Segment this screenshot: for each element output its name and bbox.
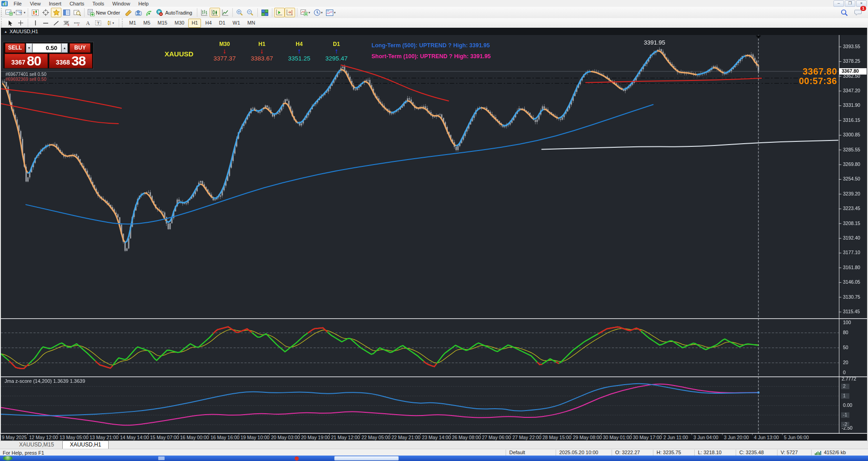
new-chart-icon (5, 9, 13, 16)
new-order-label[interactable]: New Order (96, 10, 120, 15)
collapse-icon[interactable]: ▲ (4, 30, 7, 33)
autotrading-button[interactable] (154, 8, 165, 17)
publisher-button[interactable] (133, 8, 144, 17)
chart-shift-button[interactable] (285, 8, 295, 17)
taskbar-alert-icon[interactable] (295, 456, 299, 461)
date-label: 22 May 05:00 (361, 435, 391, 440)
fibonacci-tool-button[interactable]: E (61, 19, 72, 27)
timeframe-button-h1[interactable]: H1 (188, 19, 201, 28)
data-window-button[interactable] (61, 8, 72, 17)
chart-tab-xauusd-m15[interactable]: XAUUSD,M15 (12, 441, 61, 449)
timeframe-button-m5[interactable]: M5 (140, 19, 153, 28)
toolbar-separator (84, 8, 85, 17)
vertical-line-tool-button[interactable] (30, 19, 40, 27)
mtf-timeframe-label: H4 (281, 41, 318, 47)
arrows-tool-button[interactable]: ▾ (103, 19, 117, 27)
order-label[interactable]: #69677401 sell 0.50 (5, 72, 48, 77)
menu-item-file[interactable]: File (10, 1, 26, 6)
cursor-tool-button[interactable] (5, 19, 15, 27)
status-volume: V: 5727 (777, 450, 811, 456)
menu-item-view[interactable]: View (26, 1, 45, 6)
crosshair-tool-button[interactable] (40, 8, 51, 17)
high-price-annotation: 3391.95 (644, 39, 665, 46)
new-order-button[interactable] (86, 8, 95, 17)
toolbar-drag-handle[interactable] (122, 19, 124, 27)
mtf-cell-m30: M30↓3377.37 (206, 41, 243, 62)
taskbar-active-task[interactable] (334, 456, 399, 461)
chat-button[interactable]: 1 (853, 8, 863, 17)
timeframe-button-m15[interactable]: M15 (155, 19, 171, 28)
status-profile[interactable]: Default (506, 450, 556, 456)
autotrading-label[interactable]: AutoTrading (165, 10, 192, 15)
menu-item-insert[interactable]: Insert (45, 1, 65, 6)
countdown-price: 3367.80 (799, 67, 837, 76)
date-label: 13 May 05:00 (60, 435, 89, 440)
date-label: 20 May 03:00 (271, 435, 300, 440)
taskbar-icon[interactable] (158, 456, 165, 460)
chart-titlebar[interactable]: ▲ XAUUSD,H1 (1, 28, 867, 35)
search-button[interactable] (839, 8, 849, 17)
mtf-trend-panel: M30↓3377.37H1↓3383.67H4↑3351.25D1↑3295.4… (206, 41, 355, 62)
favorites-button[interactable] (51, 8, 61, 17)
timeframe-button-m1[interactable]: M1 (126, 19, 139, 28)
horizontal-line-tool-button[interactable] (40, 19, 51, 27)
timeframe-button-m30[interactable]: M30 (171, 19, 187, 28)
indicators-button[interactable]: ▾ (299, 8, 312, 17)
text-tool-button[interactable]: A (82, 19, 93, 27)
zoom-out-icon (246, 9, 254, 16)
menu-item-help[interactable]: Help (134, 1, 153, 6)
volume-input[interactable]: 0.50 (32, 43, 61, 53)
periods-button[interactable]: ▾ (312, 8, 325, 17)
paint-object-icon (125, 10, 132, 16)
buy-price-button[interactable]: 3368 38 (49, 54, 92, 68)
candlestick-chart-button[interactable] (210, 8, 220, 17)
bar-chart-button[interactable] (199, 8, 210, 17)
navigator-button[interactable] (72, 8, 82, 17)
buy-button[interactable]: BUY (70, 43, 90, 53)
auto-scroll-button[interactable] (274, 8, 285, 17)
chart-window: ▲ XAUUSD,H1 SELL ▼ 0.50 ▲ BUY 3367 80 33… (0, 28, 868, 441)
connection-bars-icon (815, 451, 822, 455)
start-button[interactable] (3, 456, 13, 461)
mtf-price-value: 3377.37 (206, 55, 243, 62)
status-bar-time: 2025.05.20 10:00 (556, 450, 612, 456)
tick-chart-button[interactable] (30, 8, 40, 17)
price-chart-canvas[interactable] (1, 35, 867, 434)
sell-price-button[interactable]: 3367 80 (5, 54, 48, 68)
crosshair-cursor-button[interactable] (15, 19, 26, 27)
menu-item-tools[interactable]: Tools (88, 1, 108, 6)
line-chart-button[interactable] (220, 8, 231, 17)
minimize-button[interactable]: – (833, 0, 844, 7)
chart-profiles-button[interactable]: ▾ (15, 8, 26, 17)
menu-item-window[interactable]: Window (108, 1, 134, 6)
sell-button[interactable]: SELL (5, 43, 25, 53)
zoom-in-button[interactable] (235, 8, 245, 17)
timeframe-button-h4[interactable]: H4 (202, 19, 215, 28)
timeframe-button-w1[interactable]: W1 (230, 19, 244, 28)
tick-chart-icon (32, 10, 39, 16)
objects-button[interactable] (123, 8, 133, 17)
volume-decrease-button[interactable]: ▼ (26, 43, 32, 53)
data-window-icon (63, 10, 70, 15)
tile-windows-button[interactable] (260, 8, 270, 17)
date-label: 30 May 17:00 (633, 435, 662, 440)
text-label-tool-button[interactable]: T (93, 19, 103, 27)
equidistant-channel-tool-button[interactable]: F (72, 19, 82, 27)
restore-button[interactable]: ❐ (845, 0, 855, 7)
zoom-out-button[interactable] (245, 8, 256, 17)
trendline-tool-button[interactable] (51, 19, 61, 27)
timeframe-button-d1[interactable]: D1 (216, 19, 229, 28)
chart-tab-xauusd-h1[interactable]: XAUUSD,H1 (62, 441, 109, 449)
volume-increase-button[interactable]: ▲ (61, 43, 68, 53)
new-chart-button[interactable]: ▾ (5, 8, 15, 17)
toolbar-drag-handle[interactable] (1, 19, 3, 27)
toolbar-drag-handle[interactable] (1, 8, 3, 17)
toolbar-separator (28, 8, 28, 17)
time-axis[interactable]: 9 May 202512 May 12:0013 May 05:0013 May… (1, 434, 867, 441)
timeframe-button-mn[interactable]: MN (244, 19, 258, 28)
templates-button[interactable]: ▾ (325, 8, 337, 17)
mtf-timeframe-label: M30 (206, 41, 243, 47)
signals-button[interactable] (144, 8, 154, 17)
order-label[interactable]: #69692369 sell 0.50 (5, 77, 48, 82)
menu-item-charts[interactable]: Charts (65, 1, 88, 6)
